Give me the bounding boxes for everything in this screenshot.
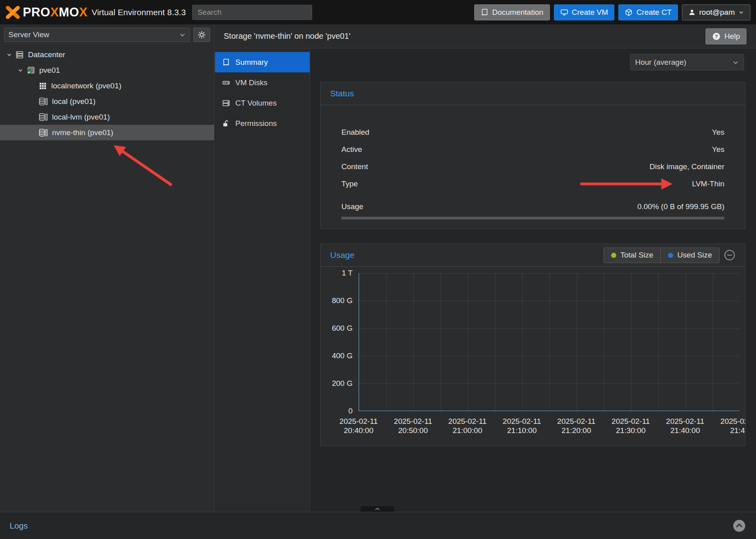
volumes-icon bbox=[222, 99, 230, 107]
tree-item-label: pve01 bbox=[39, 66, 60, 75]
chart-legend: Total Size Used Size bbox=[604, 248, 736, 263]
help-icon: ? bbox=[712, 32, 721, 41]
logs-toggle-button[interactable] bbox=[732, 519, 746, 533]
used-size-dot-icon bbox=[668, 253, 673, 258]
status-row-enabled: Enabled Yes bbox=[341, 124, 724, 141]
tab-vm-disks[interactable]: VM Disks bbox=[215, 72, 310, 93]
chart-plot-area bbox=[359, 273, 740, 411]
usage-panel-title: Usage bbox=[330, 250, 355, 260]
datacenter-icon bbox=[15, 50, 24, 59]
proxmox-x-icon bbox=[6, 6, 20, 19]
x-axis-tick: 2025-02-1121:10:00 bbox=[492, 417, 552, 435]
logs-panel-header[interactable]: Logs bbox=[0, 512, 756, 539]
status-value: 0.00% (0 B of 999.95 GB) bbox=[637, 202, 724, 211]
y-axis-tick: 400 G bbox=[321, 351, 353, 360]
tab-label: Summary bbox=[235, 58, 268, 67]
y-axis-tick: 200 G bbox=[321, 379, 353, 388]
x-axis-tick: 2025-02-1121:00:00 bbox=[437, 417, 497, 435]
x-axis-tick: 2025-02-1121:49 bbox=[710, 417, 746, 435]
sidebar: Server View bbox=[0, 24, 215, 512]
resource-tree: Datacenter pve01 localnetwork (pve01) bbox=[0, 47, 214, 140]
logs-title: Logs bbox=[10, 521, 28, 531]
documentation-button[interactable]: Documentation bbox=[474, 4, 550, 20]
status-row-type: Type LVM-Thin bbox=[341, 175, 724, 192]
chevron-down-icon bbox=[18, 68, 23, 73]
usage-progressbar bbox=[341, 217, 724, 220]
tab-ct-volumes[interactable]: CT Volumes bbox=[215, 93, 310, 113]
node-online-icon bbox=[26, 66, 35, 75]
create-vm-label: Create VM bbox=[572, 8, 608, 17]
help-button[interactable]: ? Help bbox=[706, 28, 746, 44]
create-vm-button[interactable]: Create VM bbox=[554, 4, 615, 20]
status-value: Yes bbox=[712, 128, 724, 137]
view-mode-label: Server View bbox=[8, 30, 49, 39]
create-ct-label: Create CT bbox=[636, 8, 672, 17]
top-bar: PROXMOX Virtual Environment 8.3.3 Docume… bbox=[0, 0, 756, 24]
search-input[interactable] bbox=[192, 5, 312, 20]
x-axis-tick: 2025-02-1120:50:00 bbox=[383, 417, 443, 435]
tree-item-datacenter[interactable]: Datacenter bbox=[0, 47, 214, 62]
tab-permissions[interactable]: Permissions bbox=[215, 113, 310, 134]
storage-icon bbox=[38, 97, 48, 106]
tree-item-label: localnetwork (pve01) bbox=[51, 82, 121, 90]
storage-icon bbox=[38, 113, 48, 122]
content-area: Hour (average) Status Enabled Yes Active… bbox=[310, 49, 756, 512]
user-label: root@pam bbox=[699, 8, 735, 17]
legend-used-size[interactable]: Used Size bbox=[660, 248, 720, 263]
tab-summary[interactable]: Summary bbox=[215, 52, 310, 72]
status-label: Enabled bbox=[341, 128, 369, 137]
monitor-icon bbox=[560, 8, 568, 16]
book-icon bbox=[481, 8, 489, 16]
svg-text:?: ? bbox=[715, 33, 718, 39]
tab-label: CT Volumes bbox=[235, 99, 277, 108]
x-axis-tick: 2025-02-1120:40:00 bbox=[329, 417, 389, 435]
tab-label: Permissions bbox=[235, 119, 277, 128]
time-range-label: Hour (average) bbox=[635, 58, 686, 67]
tree-item-local-lvm[interactable]: local-lvm (pve01) bbox=[0, 109, 214, 125]
status-label: Type bbox=[341, 180, 358, 188]
proxmox-logo: PROXMOX bbox=[6, 5, 88, 20]
legend-total-size[interactable]: Total Size bbox=[604, 248, 660, 263]
create-ct-button[interactable]: Create CT bbox=[618, 4, 678, 20]
y-axis-tick: 0 bbox=[321, 407, 353, 415]
y-axis-tick: 1 T bbox=[321, 269, 353, 277]
collapse-chart-button[interactable] bbox=[724, 249, 736, 261]
x-axis-tick: 2025-02-1121:30:00 bbox=[601, 417, 661, 435]
y-axis-tick: 800 G bbox=[321, 296, 353, 305]
tree-item-nvme-thin[interactable]: nvme-thin (pve01) bbox=[0, 125, 214, 140]
status-row-content: Content Disk image, Container bbox=[341, 158, 724, 175]
status-panel-title: Status bbox=[330, 89, 354, 98]
user-menu-button[interactable]: root@pam bbox=[682, 4, 750, 20]
status-row-active: Active Yes bbox=[341, 141, 724, 158]
gear-icon bbox=[197, 30, 206, 39]
tree-item-pve01[interactable]: pve01 bbox=[0, 62, 214, 78]
chevron-down-icon bbox=[6, 52, 12, 58]
tree-item-label: nvme-thin (pve01) bbox=[52, 128, 113, 137]
tree-item-label: local-lvm (pve01) bbox=[52, 113, 110, 122]
status-label: Content bbox=[341, 162, 368, 171]
status-label: Usage bbox=[341, 202, 363, 211]
time-range-select[interactable]: Hour (average) bbox=[630, 54, 744, 70]
y-axis-tick: 600 G bbox=[321, 324, 353, 333]
view-settings-button[interactable] bbox=[193, 28, 210, 42]
help-label: Help bbox=[724, 32, 740, 41]
usage-panel: Usage Total Size Used Size bbox=[320, 244, 746, 446]
view-mode-select[interactable]: Server View bbox=[4, 28, 190, 42]
tab-label: VM Disks bbox=[235, 78, 267, 87]
chevron-up-icon bbox=[375, 507, 380, 511]
legend-label: Total Size bbox=[620, 251, 653, 260]
tree-item-local[interactable]: local (pve01) bbox=[0, 94, 214, 109]
documentation-label: Documentation bbox=[492, 8, 543, 17]
chevron-down-icon bbox=[732, 59, 739, 66]
status-row-usage: Usage 0.00% (0 B of 999.95 GB) bbox=[341, 198, 724, 215]
network-grid-icon bbox=[38, 82, 47, 90]
tree-item-label: Datacenter bbox=[28, 50, 65, 59]
tree-item-localnetwork[interactable]: localnetwork (pve01) bbox=[0, 78, 214, 94]
page-title: Storage 'nvme-thin' on node 'pve01' bbox=[224, 32, 351, 41]
logs-expand-handle[interactable] bbox=[361, 506, 394, 512]
chevron-down-icon bbox=[179, 32, 186, 38]
x-axis-tick: 2025-02-1121:20:00 bbox=[546, 417, 606, 435]
cube-icon bbox=[625, 8, 633, 16]
storage-menu: Summary VM Disks CT Volumes Permissions bbox=[215, 49, 310, 512]
content-header: Storage 'nvme-thin' on node 'pve01' ? He… bbox=[215, 24, 756, 48]
